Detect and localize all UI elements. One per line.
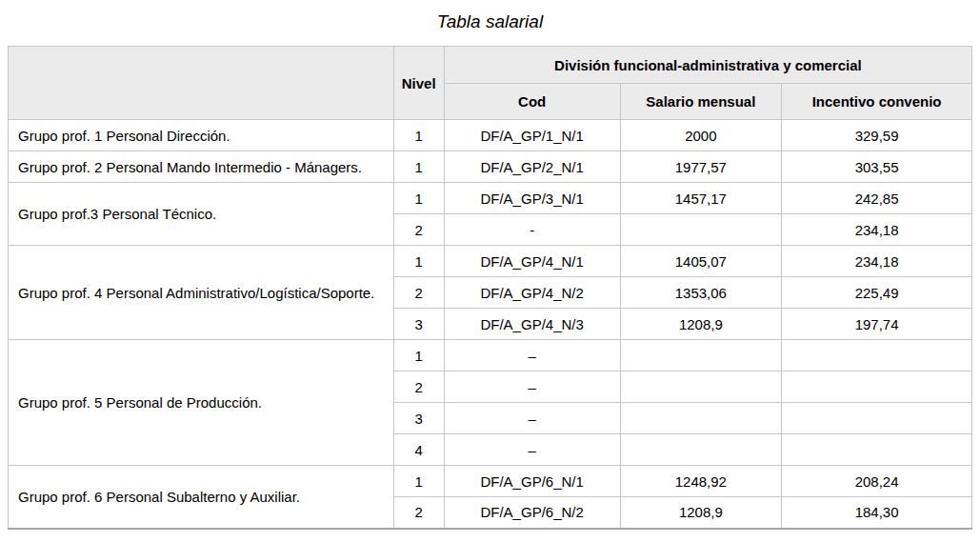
nivel-cell: 1 (393, 120, 444, 151)
cod-cell: DF/A_GP/4_N/2 (444, 277, 620, 309)
salario-cell: 2000 (620, 120, 782, 151)
cod-cell: DF/A_GP/4_N/1 (444, 246, 620, 277)
incentivo-cell (782, 371, 972, 403)
salario-cell: 1208,9 (620, 497, 782, 529)
cod-cell: – (444, 371, 620, 403)
incentivo-cell: 208,24 (782, 466, 972, 497)
salario-cell (620, 403, 782, 434)
cod-cell: DF/A_GP/6_N/1 (444, 466, 620, 497)
incentivo-cell (782, 403, 972, 434)
cod-cell: – (444, 340, 620, 371)
group-name-cell: Grupo prof.3 Personal Técnico. (9, 183, 394, 246)
nivel-cell: 1 (393, 246, 444, 277)
table-body: Grupo prof. 1 Personal Dirección.1DF/A_G… (9, 120, 972, 529)
salario-cell (620, 340, 782, 371)
incentivo-cell: 329,59 (782, 120, 972, 151)
nivel-cell: 2 (393, 214, 444, 246)
incentivo-cell: 184,30 (782, 497, 972, 529)
page-title: Tabla salarial (0, 10, 980, 33)
header-salario: Salario mensual (620, 84, 782, 120)
incentivo-cell: 242,85 (782, 183, 972, 214)
incentivo-cell: 234,18 (782, 214, 972, 246)
group-name-cell: Grupo prof. 5 Personal de Producción. (9, 340, 394, 466)
salario-cell: 1208,9 (620, 309, 782, 340)
table-row: Grupo prof.3 Personal Técnico.1DF/A_GP/3… (9, 183, 972, 214)
header-incentivo: Incentivo convenio (782, 84, 972, 120)
nivel-cell: 2 (393, 277, 444, 309)
nivel-cell: 3 (393, 309, 444, 340)
incentivo-cell (782, 340, 972, 371)
cod-cell: DF/A_GP/1_N/1 (444, 120, 620, 151)
salario-cell: 1353,06 (620, 277, 782, 309)
salario-cell: 1405,07 (620, 246, 782, 277)
nivel-cell: 2 (393, 371, 444, 403)
cod-cell: – (444, 403, 620, 434)
nivel-cell: 1 (393, 183, 444, 214)
salario-cell: 1977,57 (620, 151, 782, 183)
table-row: Grupo prof. 5 Personal de Producción.1– (9, 340, 972, 371)
header-row-top: Nivel División funcional-administrativa … (9, 47, 972, 84)
group-name-cell: Grupo prof. 2 Personal Mando Intermedio … (9, 151, 394, 183)
cod-cell: DF/A_GP/2_N/1 (444, 151, 620, 183)
salary-table: Nivel División funcional-administrativa … (8, 46, 972, 530)
salario-cell: 1248,92 (620, 466, 782, 497)
salario-cell (620, 434, 782, 466)
header-cod: Cod (444, 84, 620, 120)
header-group-empty (9, 47, 394, 120)
group-name-cell: Grupo prof. 6 Personal Subalterno y Auxi… (9, 466, 394, 529)
nivel-cell: 4 (393, 434, 444, 466)
nivel-cell: 3 (393, 403, 444, 434)
nivel-cell: 1 (393, 151, 444, 183)
incentivo-cell (782, 434, 972, 466)
cod-cell: - (444, 214, 620, 246)
nivel-cell: 2 (393, 497, 444, 529)
incentivo-cell: 234,18 (782, 246, 972, 277)
incentivo-cell: 225,49 (782, 277, 972, 309)
incentivo-cell: 197,74 (782, 309, 972, 340)
group-name-cell: Grupo prof. 4 Personal Administrativo/Lo… (9, 246, 394, 340)
cod-cell: DF/A_GP/3_N/1 (444, 183, 620, 214)
table-row: Grupo prof. 2 Personal Mando Intermedio … (9, 151, 972, 183)
salario-cell: 1457,17 (620, 183, 782, 214)
cod-cell: DF/A_GP/6_N/2 (444, 497, 620, 529)
table-row: Grupo prof. 1 Personal Dirección.1DF/A_G… (9, 120, 972, 151)
table-header: Nivel División funcional-administrativa … (9, 47, 972, 120)
cod-cell: – (444, 434, 620, 466)
salario-cell (620, 214, 782, 246)
salario-cell (620, 371, 782, 403)
nivel-cell: 1 (393, 340, 444, 371)
incentivo-cell: 303,55 (782, 151, 972, 183)
group-name-cell: Grupo prof. 1 Personal Dirección. (9, 120, 394, 151)
table-row: Grupo prof. 6 Personal Subalterno y Auxi… (9, 466, 972, 497)
header-nivel: Nivel (393, 47, 444, 120)
nivel-cell: 1 (393, 466, 444, 497)
table-row: Grupo prof. 4 Personal Administrativo/Lo… (9, 246, 972, 277)
header-division: División funcional-administrativa y come… (444, 47, 971, 84)
cod-cell: DF/A_GP/4_N/3 (444, 309, 620, 340)
